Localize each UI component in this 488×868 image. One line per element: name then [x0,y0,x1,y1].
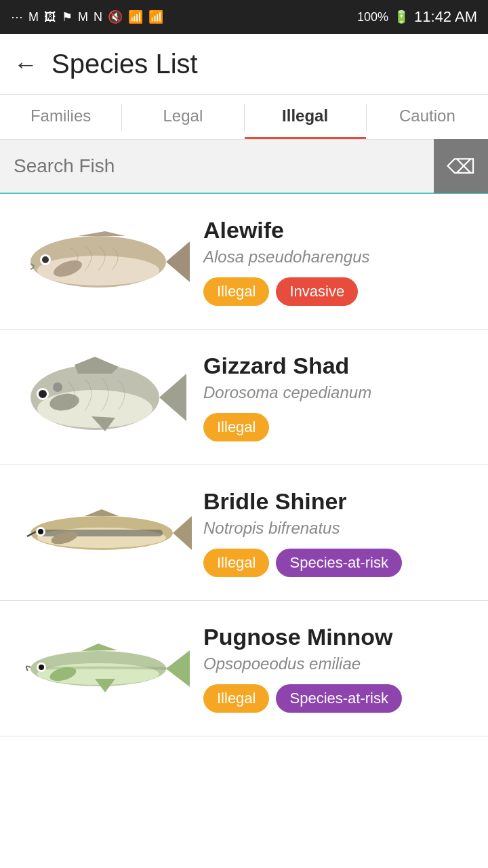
tab-illegal[interactable]: Illegal [245,95,366,139]
svg-marker-2 [166,241,190,282]
svg-marker-20 [85,509,119,516]
svg-marker-3 [78,231,125,236]
gizzard-shad-illustration [17,353,193,441]
fish-tags: Illegal Invasive [203,277,474,306]
alewife-illustration [17,218,193,306]
fish-name: Alewife [203,217,474,243]
svg-marker-26 [166,650,190,687]
tab-caution[interactable]: Caution [367,95,488,139]
status-info-right: 100% 🔋 11:42 AM [357,8,477,26]
fish-info-pugnose-minnow: Pugnose Minnow Opsopoeodus emiliae Illeg… [197,624,474,713]
fish-scientific-name: Dorosoma cepedianum [203,383,474,402]
fish-image-pugnose-minnow [14,625,197,713]
clear-icon: ⌫ [447,155,475,178]
tag-species-at-risk: Species-at-risk [276,549,401,577]
image-icon: 🖼 [44,10,56,24]
fish-name: Gizzard Shad [203,353,474,379]
svg-point-15 [53,382,62,392]
fish-tags: Illegal [203,413,474,441]
svg-marker-19 [173,516,192,550]
battery-text: 100% [357,10,388,24]
tab-legal-label: Legal [163,106,203,125]
svg-marker-27 [81,644,117,651]
wifi-icon: 📶 [128,9,143,24]
fish-list: Alewife Alosa pseudoharengus Illegal Inv… [0,194,488,736]
fish-scientific-name: Alosa pseudoharengus [203,248,474,267]
tab-families-label: Families [30,106,91,125]
svg-point-6 [42,256,49,263]
fish-scientific-name: Opsopoeodus emiliae [203,654,474,673]
fish-info-gizzard-shad: Gizzard Shad Dorosoma cepedianum Illegal [197,353,474,441]
page-title: Species List [52,49,198,79]
tab-illegal-label: Illegal [282,106,328,125]
tag-species-at-risk: Species-at-risk [276,684,401,713]
status-bar: ⋯ M 🖼 ⚑ M N 🔇 📶 📶 100% 🔋 11:42 AM [0,0,488,34]
menu-icon: ⋯ [11,9,23,24]
pugnose-minnow-illustration [17,625,193,713]
list-item[interactable]: Bridle Shiner Notropis bifrenatus Illega… [0,465,488,601]
tag-illegal: Illegal [203,277,269,306]
fish-tags: Illegal Species-at-risk [203,549,474,577]
fish-image-alewife [14,218,197,306]
list-item[interactable]: Alewife Alosa pseudoharengus Illegal Inv… [0,194,488,330]
tag-illegal: Illegal [203,684,269,713]
search-bar: ⌫ [0,140,488,194]
bridle-shiner-illustration [17,489,193,577]
fish-scientific-name: Notropis bifrenatus [203,519,474,538]
tab-families[interactable]: Families [0,95,121,139]
fish-image-gizzard-shad [14,353,197,441]
tag-invasive: Invasive [276,277,358,306]
list-item[interactable]: Gizzard Shad Dorosoma cepedianum Illegal [0,330,488,465]
gmail-icon: M [28,10,39,24]
search-input[interactable] [0,139,434,193]
svg-point-14 [39,390,47,398]
mute-icon: 🔇 [108,9,123,24]
svg-marker-9 [159,374,186,421]
svg-point-31 [39,665,44,670]
fish-info-alewife: Alewife Alosa pseudoharengus Illegal Inv… [197,217,474,306]
tag-illegal: Illegal [203,413,269,441]
nfc-icon: N [94,10,102,24]
status-icons-left: ⋯ M 🖼 ⚑ M N 🔇 📶 📶 [11,9,163,24]
fish-info-bridle-shiner: Bridle Shiner Notropis bifrenatus Illega… [197,488,474,577]
svg-marker-10 [75,357,119,374]
tab-legal[interactable]: Legal [122,95,243,139]
fish-image-bridle-shiner [14,489,197,577]
tag-illegal: Illegal [203,549,269,577]
search-clear-button[interactable]: ⌫ [434,139,488,193]
fish-name: Pugnose Minnow [203,624,474,650]
fish-name: Bridle Shiner [203,488,474,515]
tab-bar: Families Legal Illegal Caution [0,95,488,140]
tab-caution-label: Caution [399,106,455,125]
fish-tags: Illegal Species-at-risk [203,684,474,713]
time-display: 11:42 AM [414,8,477,26]
list-item[interactable]: Pugnose Minnow Opsopoeodus emiliae Illeg… [0,601,488,736]
svg-point-23 [38,529,43,534]
signal-icon: 📶 [148,9,163,24]
back-button[interactable]: ← [14,52,38,77]
mail-icon: M [78,10,88,24]
flag-icon: ⚑ [62,9,73,24]
app-header: ← Species List [0,34,488,95]
battery-icon: 🔋 [394,9,409,24]
